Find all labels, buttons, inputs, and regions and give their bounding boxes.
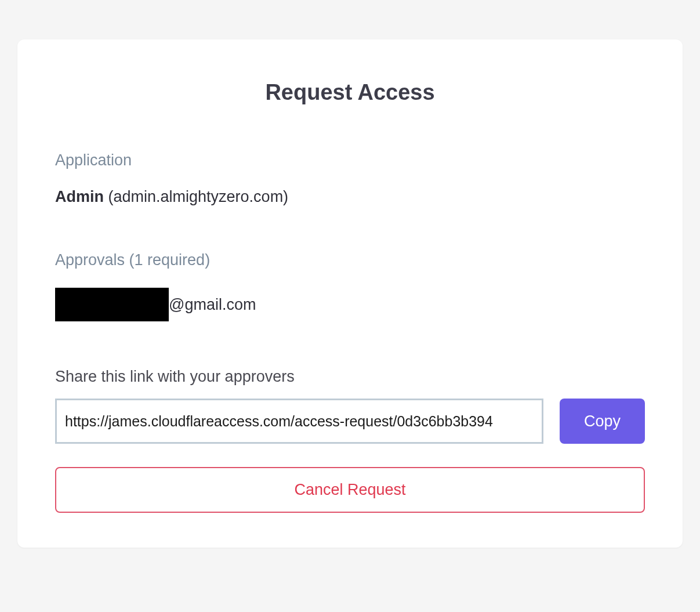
page-title: Request Access (55, 80, 645, 105)
application-domain: (admin.almightyzero.com) (108, 188, 289, 205)
application-name: Admin (55, 188, 104, 205)
share-label: Share this link with your approvers (55, 368, 645, 386)
approver-email-suffix: @gmail.com (169, 296, 256, 314)
application-value: Admin (admin.almightyzero.com) (55, 188, 645, 206)
approvals-label: Approvals (1 required) (55, 251, 645, 269)
approver-row: @gmail.com (55, 288, 645, 321)
share-link-input[interactable] (55, 399, 543, 444)
share-row: Copy (55, 399, 645, 444)
redacted-block (55, 288, 169, 321)
application-label: Application (55, 151, 645, 169)
copy-button[interactable]: Copy (560, 399, 645, 444)
cancel-request-button[interactable]: Cancel Request (55, 467, 645, 513)
request-access-card: Request Access Application Admin (admin.… (17, 39, 683, 548)
